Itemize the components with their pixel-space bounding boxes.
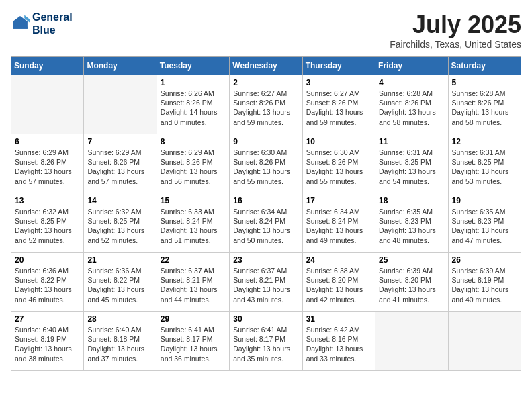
calendar-cell: 23Sunrise: 6:37 AM Sunset: 8:21 PM Dayli… [230, 253, 302, 312]
calendar-cell: 16Sunrise: 6:34 AM Sunset: 8:24 PM Dayli… [230, 193, 302, 253]
calendar-cell: 11Sunrise: 6:31 AM Sunset: 8:25 PM Dayli… [375, 134, 448, 193]
day-info: Sunrise: 6:37 AM Sunset: 8:21 PM Dayligh… [233, 266, 298, 304]
calendar-cell: 7Sunrise: 6:29 AM Sunset: 8:26 PM Daylig… [84, 134, 157, 193]
day-info: Sunrise: 6:29 AM Sunset: 8:26 PM Dayligh… [15, 148, 80, 186]
day-info: Sunrise: 6:40 AM Sunset: 8:19 PM Dayligh… [15, 325, 80, 363]
day-number: 24 [306, 255, 371, 265]
day-number: 14 [87, 196, 152, 205]
day-info: Sunrise: 6:36 AM Sunset: 8:22 PM Dayligh… [15, 266, 80, 304]
calendar-cell: 28Sunrise: 6:40 AM Sunset: 8:18 PM Dayli… [84, 312, 157, 371]
calendar-cell: 29Sunrise: 6:41 AM Sunset: 8:17 PM Dayli… [157, 312, 229, 371]
day-number: 9 [233, 137, 298, 146]
svg-rect-2 [13, 27, 28, 29]
day-number: 28 [87, 314, 152, 324]
day-number: 27 [15, 314, 80, 324]
day-number: 1 [161, 78, 226, 87]
day-number: 2 [233, 78, 298, 87]
calendar-cell: 15Sunrise: 6:33 AM Sunset: 8:24 PM Dayli… [157, 193, 229, 253]
calendar-cell: 19Sunrise: 6:35 AM Sunset: 8:23 PM Dayli… [448, 193, 521, 253]
day-info: Sunrise: 6:39 AM Sunset: 8:19 PM Dayligh… [452, 266, 517, 304]
day-info: Sunrise: 6:31 AM Sunset: 8:25 PM Dayligh… [379, 148, 444, 186]
calendar-cell [448, 312, 521, 371]
day-number: 30 [233, 314, 298, 324]
calendar-cell: 14Sunrise: 6:32 AM Sunset: 8:25 PM Dayli… [84, 193, 157, 253]
day-number: 25 [379, 255, 444, 265]
logo-icon [11, 14, 30, 33]
calendar-cell: 12Sunrise: 6:31 AM Sunset: 8:25 PM Dayli… [448, 134, 521, 193]
day-number: 29 [161, 314, 226, 324]
day-info: Sunrise: 6:28 AM Sunset: 8:26 PM Dayligh… [379, 89, 444, 127]
location: Fairchilds, Texas, United States [390, 39, 521, 50]
day-number: 3 [306, 78, 371, 87]
weekday-header-thursday: Thursday [302, 57, 375, 75]
calendar-cell [84, 75, 157, 134]
calendar-cell: 22Sunrise: 6:37 AM Sunset: 8:21 PM Dayli… [157, 253, 229, 312]
calendar-cell: 5Sunrise: 6:28 AM Sunset: 8:26 PM Daylig… [448, 75, 521, 134]
calendar-cell: 8Sunrise: 6:29 AM Sunset: 8:26 PM Daylig… [157, 134, 229, 193]
calendar-cell: 6Sunrise: 6:29 AM Sunset: 8:26 PM Daylig… [11, 134, 84, 193]
day-info: Sunrise: 6:29 AM Sunset: 8:26 PM Dayligh… [87, 148, 152, 186]
calendar-cell [375, 312, 448, 371]
calendar-cell: 18Sunrise: 6:35 AM Sunset: 8:23 PM Dayli… [375, 193, 448, 253]
calendar-cell: 17Sunrise: 6:34 AM Sunset: 8:24 PM Dayli… [302, 193, 375, 253]
week-row-4: 20Sunrise: 6:36 AM Sunset: 8:22 PM Dayli… [11, 253, 521, 312]
day-info: Sunrise: 6:28 AM Sunset: 8:26 PM Dayligh… [452, 89, 517, 127]
page-header: General Blue July 2025 Fairchilds, Texas… [11, 11, 521, 50]
week-row-5: 27Sunrise: 6:40 AM Sunset: 8:19 PM Dayli… [11, 312, 521, 371]
day-number: 13 [15, 196, 80, 205]
day-number: 19 [452, 196, 517, 205]
day-info: Sunrise: 6:41 AM Sunset: 8:17 PM Dayligh… [161, 325, 226, 363]
calendar-cell: 25Sunrise: 6:39 AM Sunset: 8:20 PM Dayli… [375, 253, 448, 312]
calendar-cell: 2Sunrise: 6:27 AM Sunset: 8:26 PM Daylig… [230, 75, 302, 134]
day-number: 31 [306, 314, 371, 324]
day-info: Sunrise: 6:27 AM Sunset: 8:26 PM Dayligh… [306, 89, 371, 127]
day-info: Sunrise: 6:27 AM Sunset: 8:26 PM Dayligh… [233, 89, 298, 127]
weekday-header-sunday: Sunday [11, 57, 84, 75]
week-row-1: 1Sunrise: 6:26 AM Sunset: 8:26 PM Daylig… [11, 75, 521, 134]
day-info: Sunrise: 6:26 AM Sunset: 8:26 PM Dayligh… [161, 89, 226, 127]
day-info: Sunrise: 6:40 AM Sunset: 8:18 PM Dayligh… [87, 325, 152, 363]
day-number: 15 [161, 196, 226, 205]
calendar-cell: 1Sunrise: 6:26 AM Sunset: 8:26 PM Daylig… [157, 75, 229, 134]
logo-text: General Blue [32, 11, 73, 36]
day-number: 22 [161, 255, 226, 265]
day-number: 12 [452, 137, 517, 146]
day-number: 17 [306, 196, 371, 205]
day-info: Sunrise: 6:29 AM Sunset: 8:26 PM Dayligh… [161, 148, 226, 186]
calendar-table: SundayMondayTuesdayWednesdayThursdayFrid… [11, 56, 521, 371]
weekday-header-monday: Monday [84, 57, 157, 75]
day-number: 18 [379, 196, 444, 205]
day-info: Sunrise: 6:41 AM Sunset: 8:17 PM Dayligh… [233, 325, 298, 363]
calendar-cell: 24Sunrise: 6:38 AM Sunset: 8:20 PM Dayli… [302, 253, 375, 312]
day-info: Sunrise: 6:35 AM Sunset: 8:23 PM Dayligh… [452, 207, 517, 245]
weekday-header-row: SundayMondayTuesdayWednesdayThursdayFrid… [11, 57, 521, 75]
calendar-cell: 10Sunrise: 6:30 AM Sunset: 8:26 PM Dayli… [302, 134, 375, 193]
day-info: Sunrise: 6:34 AM Sunset: 8:24 PM Dayligh… [306, 207, 371, 245]
day-info: Sunrise: 6:42 AM Sunset: 8:16 PM Dayligh… [306, 325, 371, 363]
calendar-cell: 26Sunrise: 6:39 AM Sunset: 8:19 PM Dayli… [448, 253, 521, 312]
weekday-header-tuesday: Tuesday [157, 57, 229, 75]
calendar-cell: 4Sunrise: 6:28 AM Sunset: 8:26 PM Daylig… [375, 75, 448, 134]
weekday-header-wednesday: Wednesday [230, 57, 302, 75]
day-info: Sunrise: 6:39 AM Sunset: 8:20 PM Dayligh… [379, 266, 444, 304]
day-info: Sunrise: 6:30 AM Sunset: 8:26 PM Dayligh… [306, 148, 371, 186]
weekday-header-saturday: Saturday [448, 57, 521, 75]
day-info: Sunrise: 6:38 AM Sunset: 8:20 PM Dayligh… [306, 266, 371, 304]
day-info: Sunrise: 6:31 AM Sunset: 8:25 PM Dayligh… [452, 148, 517, 186]
day-info: Sunrise: 6:36 AM Sunset: 8:22 PM Dayligh… [87, 266, 152, 304]
day-number: 11 [379, 137, 444, 146]
day-info: Sunrise: 6:30 AM Sunset: 8:26 PM Dayligh… [233, 148, 298, 186]
calendar-cell: 9Sunrise: 6:30 AM Sunset: 8:26 PM Daylig… [230, 134, 302, 193]
calendar-cell: 21Sunrise: 6:36 AM Sunset: 8:22 PM Dayli… [84, 253, 157, 312]
calendar-cell: 30Sunrise: 6:41 AM Sunset: 8:17 PM Dayli… [230, 312, 302, 371]
calendar-cell: 13Sunrise: 6:32 AM Sunset: 8:25 PM Dayli… [11, 193, 84, 253]
day-info: Sunrise: 6:34 AM Sunset: 8:24 PM Dayligh… [233, 207, 298, 245]
day-number: 23 [233, 255, 298, 265]
title-block: July 2025 Fairchilds, Texas, United Stat… [390, 11, 521, 50]
day-info: Sunrise: 6:37 AM Sunset: 8:21 PM Dayligh… [161, 266, 226, 304]
day-number: 6 [15, 137, 80, 146]
week-row-2: 6Sunrise: 6:29 AM Sunset: 8:26 PM Daylig… [11, 134, 521, 193]
weekday-header-friday: Friday [375, 57, 448, 75]
day-info: Sunrise: 6:32 AM Sunset: 8:25 PM Dayligh… [15, 207, 80, 245]
day-number: 7 [87, 137, 152, 146]
